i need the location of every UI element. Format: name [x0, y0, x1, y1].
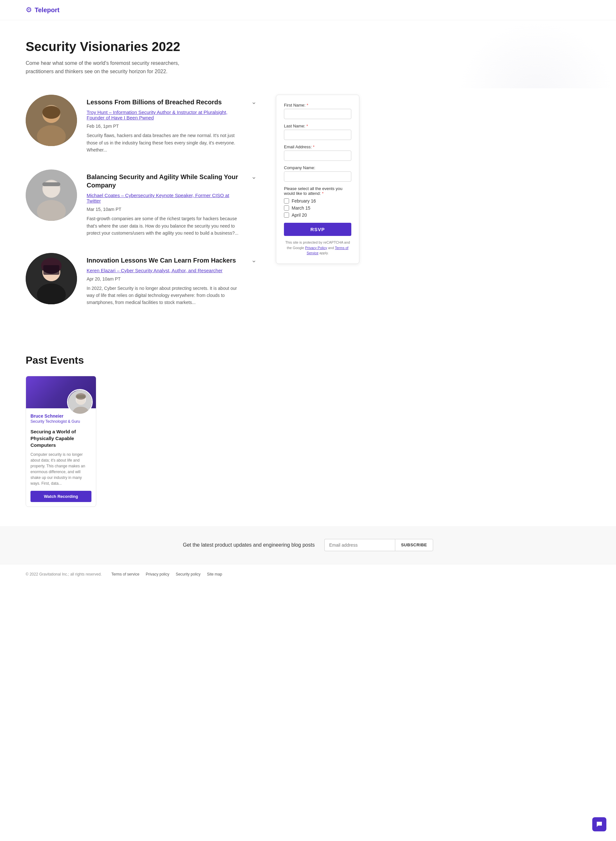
hero-section: Security Visionaries 2022 Come hear what… — [0, 20, 616, 88]
footer-sitemap-link[interactable]: Site map — [207, 572, 222, 576]
last-name-label: Last Name: * — [284, 124, 351, 128]
session-item-2: Balancing Security and Agility While Sca… — [26, 169, 257, 237]
first-name-label: First Name: * — [284, 103, 351, 107]
session-desc-3: In 2022, Cyber Security is no longer abo… — [87, 285, 242, 306]
event-speaker-role: Security Technologist & Guru — [31, 419, 91, 424]
past-events-grid: Bruce Schneier Security Technologist & G… — [26, 376, 359, 507]
avatar-keren-svg — [26, 253, 77, 304]
svg-rect-15 — [43, 265, 59, 275]
checkbox-april-input[interactable] — [284, 213, 289, 218]
event-card-body: Bruce Schneier Security Technologist & G… — [26, 408, 96, 507]
checkbox-march: March 15 — [284, 206, 351, 210]
event-card-bruce: Bruce Schneier Security Technologist & G… — [26, 376, 96, 507]
recaptcha-notice: This site is protected by reCAPTCHA and … — [284, 240, 351, 256]
svg-rect-9 — [43, 182, 60, 186]
checkbox-february-label: February 16 — [292, 198, 316, 203]
checkbox-april-label: April 20 — [292, 213, 307, 218]
session-info-1: Lessons From Billions of Breached Record… — [87, 95, 242, 153]
privacy-policy-link[interactable]: Privacy Policy — [305, 246, 327, 250]
session-title-2: Balancing Security and Agility While Sca… — [87, 173, 242, 190]
newsletter-text: Get the latest product updates and engin… — [183, 542, 315, 548]
event-card-avatar-container — [67, 389, 93, 415]
past-events-section: Past Events Bruce Schneier Security T — [0, 341, 385, 526]
last-name-group: Last Name: * — [284, 124, 351, 140]
event-card-header — [26, 376, 96, 408]
hero: Security Visionaries 2022 Come hear what… — [0, 20, 385, 88]
chevron-down-icon-2[interactable]: ⌄ — [251, 169, 257, 180]
events-section: Please select all the events you would l… — [284, 186, 351, 218]
logo-icon: ⚙ — [26, 6, 32, 14]
avatar-troy — [26, 95, 77, 146]
page-title: Security Visionaries 2022 — [26, 40, 359, 54]
event-card-desc: Computer security is no longer about dat… — [31, 451, 91, 486]
session-title-1: Lessons From Billions of Breached Record… — [87, 98, 242, 106]
first-name-group: First Name: * — [284, 103, 351, 119]
session-info-3: Innovation Lessons We Can Learn From Hac… — [87, 253, 242, 306]
session-desc-1: Security flaws, hackers and data breache… — [87, 132, 242, 153]
avatar-michael-svg — [26, 169, 77, 221]
session-item-1: Lessons From Billions of Breached Record… — [26, 95, 257, 153]
page-subtitle: Come hear what some of the world's forem… — [26, 59, 186, 75]
newsletter-subscribe-button[interactable]: SUBSCRIBE — [395, 539, 433, 551]
avatar-troy-svg — [26, 95, 77, 146]
session-desc-2: Fast-growth companies are some of the ri… — [87, 215, 242, 237]
logo-link[interactable]: ⚙ Teleport — [26, 6, 59, 14]
footer-security-link[interactable]: Security policy — [176, 572, 201, 576]
watch-recording-button[interactable]: Watch Recording — [31, 491, 91, 502]
past-events-title: Past Events — [26, 354, 359, 366]
bg-decoration — [456, 20, 616, 88]
session-date-2: Mar 15, 10am PT — [87, 207, 242, 212]
footer-links: Terms of service Privacy policy Security… — [111, 572, 222, 576]
event-card-title: Securing a World of Physically Capable C… — [31, 428, 91, 448]
checkbox-march-input[interactable] — [284, 206, 289, 210]
last-name-input[interactable] — [284, 130, 351, 140]
avatar-michael — [26, 169, 77, 221]
first-name-input[interactable] — [284, 109, 351, 119]
session-date-3: Apr 20, 10am PT — [87, 276, 242, 281]
company-input[interactable] — [284, 171, 351, 182]
checkbox-february: February 16 — [284, 198, 351, 203]
svg-point-4 — [43, 106, 60, 119]
session-speaker-link-1[interactable]: Troy Hunt – Information Security Author … — [87, 109, 242, 121]
footer: © 2022 Gravitational Inc.; all rights re… — [0, 564, 616, 584]
chevron-down-icon-3[interactable]: ⌄ — [251, 253, 257, 264]
sessions-list: Lessons From Billions of Breached Record… — [26, 95, 257, 322]
email-label: Email Address: * — [284, 144, 351, 149]
footer-privacy-link[interactable]: Privacy policy — [146, 572, 169, 576]
main-content: Lessons From Billions of Breached Record… — [0, 88, 385, 341]
chevron-down-icon-1[interactable]: ⌄ — [251, 95, 257, 106]
email-input[interactable] — [284, 150, 351, 161]
session-title-3: Innovation Lessons We Can Learn From Hac… — [87, 256, 242, 265]
navbar: ⚙ Teleport — [0, 0, 616, 20]
session-date-1: Feb 16, 1pm PT — [87, 124, 242, 129]
avatar-keren — [26, 253, 77, 304]
svg-rect-21 — [76, 395, 85, 398]
footer-copyright: © 2022 Gravitational Inc.; all rights re… — [26, 572, 102, 576]
company-group: Company Name: — [284, 165, 351, 182]
events-label: Please select all the events you would l… — [284, 186, 351, 196]
newsletter-form: SUBSCRIBE — [324, 539, 433, 551]
checkbox-april: April 20 — [284, 213, 351, 218]
checkbox-february-input[interactable] — [284, 198, 289, 203]
rsvp-button[interactable]: RSVP — [284, 223, 351, 236]
logo-text: Teleport — [35, 6, 59, 14]
newsletter-section: Get the latest product updates and engin… — [0, 526, 616, 564]
session-item-3: Innovation Lessons We Can Learn From Hac… — [26, 253, 257, 306]
session-info-2: Balancing Security and Agility While Sca… — [87, 169, 242, 237]
company-label: Company Name: — [284, 165, 351, 170]
registration-form: First Name: * Last Name: * Email Address… — [276, 95, 359, 264]
session-speaker-link-3[interactable]: Keren Elazari – Cyber Security Analyst, … — [87, 268, 242, 273]
footer-terms-link[interactable]: Terms of service — [111, 572, 139, 576]
session-speaker-link-2[interactable]: Michael Coates – Cybersecurity Keynote S… — [87, 193, 242, 203]
newsletter-email-input[interactable] — [324, 539, 395, 551]
checkbox-march-label: March 15 — [292, 206, 310, 210]
email-group: Email Address: * — [284, 144, 351, 161]
